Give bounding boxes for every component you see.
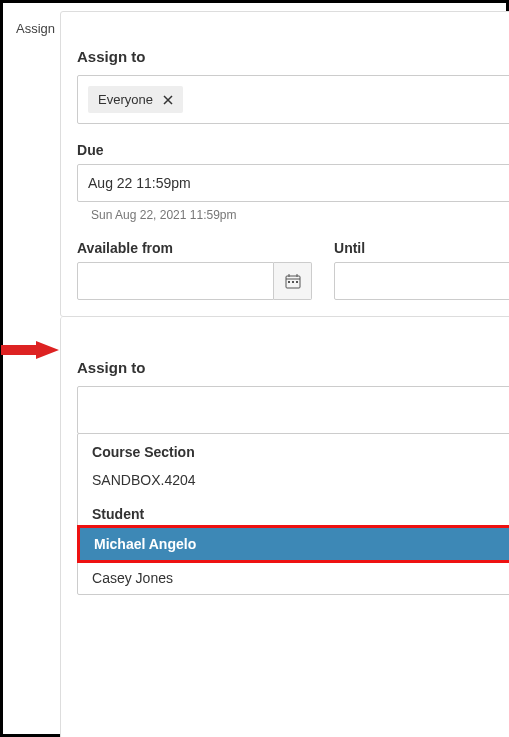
svg-rect-13 [296, 281, 298, 283]
arrow-icon [1, 335, 61, 365]
assign-card-1: Assign to Everyone Due Sun Aug 22, 2021 … [60, 11, 509, 317]
calendar-icon[interactable] [274, 262, 312, 300]
assign-dropdown: Course Section SANDBOX.4204 Student Mich… [77, 433, 509, 595]
svg-rect-12 [292, 281, 294, 283]
due-label: Due [77, 142, 509, 158]
assign-to-input[interactable]: Everyone [77, 75, 509, 124]
chip-label: Everyone [98, 92, 153, 107]
assign-card-2: Assign to Course Section SANDBOX.4204 St… [60, 317, 509, 737]
assign-to-title: Assign to [77, 359, 509, 376]
chip-remove-icon[interactable] [163, 95, 173, 105]
dropdown-group-student: Student [78, 496, 509, 526]
assign-to-input[interactable] [77, 386, 509, 434]
due-input[interactable] [77, 164, 509, 202]
dropdown-item-section[interactable]: SANDBOX.4204 [78, 464, 509, 496]
assign-to-title: Assign to [77, 48, 509, 65]
until-input[interactable] [334, 262, 509, 300]
svg-rect-11 [288, 281, 290, 283]
dropdown-group-section: Course Section [78, 434, 509, 464]
until-label: Until [334, 240, 509, 256]
chip-everyone: Everyone [88, 86, 183, 113]
available-from-input[interactable] [77, 262, 274, 300]
side-label: Assign [11, 11, 60, 726]
due-helper-text: Sun Aug 22, 2021 11:59pm [91, 208, 509, 222]
available-from-label: Available from [77, 240, 312, 256]
dropdown-item-student[interactable]: Casey Jones [78, 562, 509, 594]
dropdown-item-student-selected[interactable]: Michael Angelo [77, 525, 509, 563]
svg-rect-21 [1, 345, 36, 355]
